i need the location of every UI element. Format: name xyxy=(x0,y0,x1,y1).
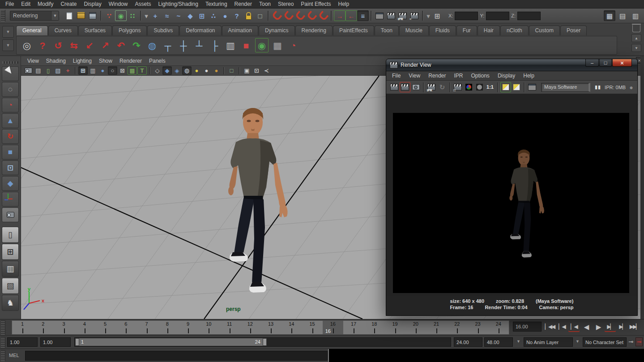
menu-item[interactable]: Toon xyxy=(256,0,274,8)
mask-joints-icon[interactable]: ∴ xyxy=(208,10,219,21)
menu-item[interactable]: Texturing xyxy=(202,0,231,8)
gate-mask-icon[interactable]: ○ xyxy=(108,66,117,75)
field-entry-menu[interactable]: ▾ xyxy=(425,10,431,21)
film-gate-icon[interactable]: ▥ xyxy=(88,66,98,75)
rendered-image[interactable] xyxy=(393,113,629,293)
timeline-frame[interactable]: 17 xyxy=(343,321,364,334)
menu-item[interactable]: Stereo xyxy=(274,0,297,8)
transform-entry-icon[interactable]: ⊞ xyxy=(431,10,443,21)
plugin-objects-icon[interactable]: ≺ xyxy=(262,66,271,75)
select-tool[interactable] xyxy=(2,66,19,81)
timeline-frame[interactable]: 16 16 xyxy=(323,321,343,334)
shelf-ungroup-icon[interactable]: ┴ xyxy=(192,38,206,52)
command-language-toggle[interactable]: MEL xyxy=(9,353,19,358)
use-default-material-icon[interactable]: ◍ xyxy=(182,66,192,75)
pan-zoom-icon[interactable]: + xyxy=(63,66,73,75)
menu-item[interactable]: Edit xyxy=(17,0,34,8)
play-backwards-button[interactable]: ◀ xyxy=(580,321,592,332)
timeline-frame[interactable]: 23 xyxy=(468,321,488,334)
keep-image-icon[interactable] xyxy=(500,82,511,92)
mask-misc-icon[interactable]: ? xyxy=(231,10,243,21)
command-output[interactable] xyxy=(328,349,644,362)
set-key-icon[interactable]: ⊸ xyxy=(628,338,633,345)
isolate-select-icon[interactable]: ▣ xyxy=(242,66,252,75)
panel-menu-item[interactable]: Renderer xyxy=(116,57,145,65)
ratio-1to1-icon[interactable]: 1:1 xyxy=(485,82,495,92)
open-scene-icon[interactable] xyxy=(75,10,87,21)
timeline-frame[interactable]: 10 xyxy=(198,321,219,334)
shelf-item-menu-icon[interactable]: ▼ xyxy=(2,39,14,51)
drag-handle[interactable] xyxy=(1,320,5,335)
shelf-tab[interactable]: Muscle xyxy=(399,26,429,35)
shelf-tab[interactable]: PaintEffects xyxy=(333,26,374,35)
range-end-handle[interactable] xyxy=(263,338,267,346)
alpha-channel-icon[interactable] xyxy=(474,82,485,92)
shelf-tab[interactable]: Poser xyxy=(560,26,587,35)
step-forward-frame-button[interactable]: ▶▏ xyxy=(617,321,628,332)
shelf-tab[interactable]: Rendering xyxy=(295,26,333,35)
shelf-redo-icon[interactable]: ↷ xyxy=(130,38,143,52)
timeline-frame[interactable]: 13 xyxy=(260,321,281,334)
shelf-tab-menu-icon[interactable]: ▼ xyxy=(2,26,14,38)
layout-hypergraph-persp[interactable]: ♞ xyxy=(2,295,19,311)
mask-parm-points-icon[interactable]: ≈ xyxy=(161,10,173,21)
shelf-paint-select-icon[interactable]: ◔ xyxy=(286,38,300,52)
shelf-tab[interactable]: Polygons xyxy=(112,26,147,35)
lock-selection-icon[interactable] xyxy=(243,10,254,21)
shelf-tab[interactable]: Fur xyxy=(456,26,477,35)
snapshot-icon[interactable] xyxy=(410,82,421,92)
render-settings-dialog-icon[interactable] xyxy=(527,82,537,92)
highlight-selection-icon[interactable]: □ xyxy=(254,10,266,21)
menu-item[interactable]: Assets xyxy=(131,0,154,8)
panel-menu-item[interactable]: View xyxy=(24,57,43,65)
shelf-delete-history-icon[interactable]: ◍ xyxy=(145,38,159,52)
shelf-select-hierarchy-icon[interactable]: ■ xyxy=(239,38,253,52)
trash-icon[interactable] xyxy=(632,25,640,32)
maximize-button[interactable]: □ xyxy=(599,59,612,67)
redo-previous-render-icon[interactable] xyxy=(400,82,410,92)
render-menu-item[interactable]: IPR xyxy=(450,72,467,80)
field-chart-icon[interactable]: ⊠ xyxy=(118,66,127,75)
play-forwards-button[interactable]: ▶ xyxy=(593,321,604,332)
resolution-gate-icon[interactable]: ● xyxy=(98,66,107,75)
timeline-frame[interactable]: 22 xyxy=(447,321,467,334)
shelf-select-object-icon[interactable]: ◉ xyxy=(255,38,269,52)
layout-persp-graph[interactable]: ▧ xyxy=(2,278,19,294)
shelf-scroll-up[interactable]: ▲ xyxy=(631,34,641,42)
shelf-select-component-icon[interactable]: ▦ xyxy=(271,38,284,52)
pause-ipr-icon[interactable]: ▮▮ xyxy=(595,84,601,90)
scale-tool[interactable]: ■ xyxy=(2,145,19,159)
save-scene-icon[interactable] xyxy=(87,10,98,21)
timeline-frame[interactable]: 1 xyxy=(12,321,33,334)
camera-bookmarks-icon[interactable]: ▤ xyxy=(34,66,43,75)
region-render-icon[interactable]: ∷ xyxy=(452,82,463,92)
shelf-camera-track-icon[interactable]: ⇆ xyxy=(67,38,81,52)
last-tool-camera[interactable] xyxy=(2,207,19,222)
construction-history-icon[interactable]: ≡ xyxy=(357,10,369,21)
render-menu-item[interactable]: Options xyxy=(467,72,494,80)
textured-icon[interactable]: ◈ xyxy=(172,66,182,75)
panel-menu-item[interactable]: Show xyxy=(95,57,116,65)
timeline-frame[interactable]: 11 xyxy=(219,321,240,334)
rgb-channels-icon[interactable] xyxy=(463,82,474,92)
input-connections-icon[interactable]: → xyxy=(334,10,345,21)
mask-curves-icon[interactable]: ~ xyxy=(173,10,184,21)
tool-settings-icon[interactable]: ▤ xyxy=(617,10,628,21)
drag-handle[interactable] xyxy=(1,337,5,348)
soft-modification-tool[interactable]: ◆ xyxy=(2,176,19,191)
lights-default-icon[interactable]: ● xyxy=(202,66,211,75)
attribute-editor-icon[interactable]: ▦ xyxy=(604,10,615,21)
render-menu-item[interactable]: Display xyxy=(494,72,519,80)
render-menu-item[interactable]: Help xyxy=(519,72,538,80)
select-by-hierarchy-icon[interactable]: ∵ xyxy=(103,10,115,21)
rotate-tool[interactable]: ↻ xyxy=(2,129,19,144)
timeline-frame[interactable]: 6 xyxy=(115,321,136,334)
chevron-down-icon[interactable]: ▼ xyxy=(51,11,59,20)
range-start-handle[interactable] xyxy=(75,338,79,346)
menu-item[interactable]: Lighting/Shading xyxy=(154,0,201,8)
render-menu-item[interactable]: View xyxy=(405,72,424,80)
shelf-unparent-icon[interactable]: ├ xyxy=(208,38,222,52)
timeline-frame[interactable]: 4 xyxy=(74,321,95,334)
snap-to-curves-icon[interactable] xyxy=(282,10,294,21)
layout-outliner-persp[interactable]: ▥ xyxy=(2,261,19,277)
